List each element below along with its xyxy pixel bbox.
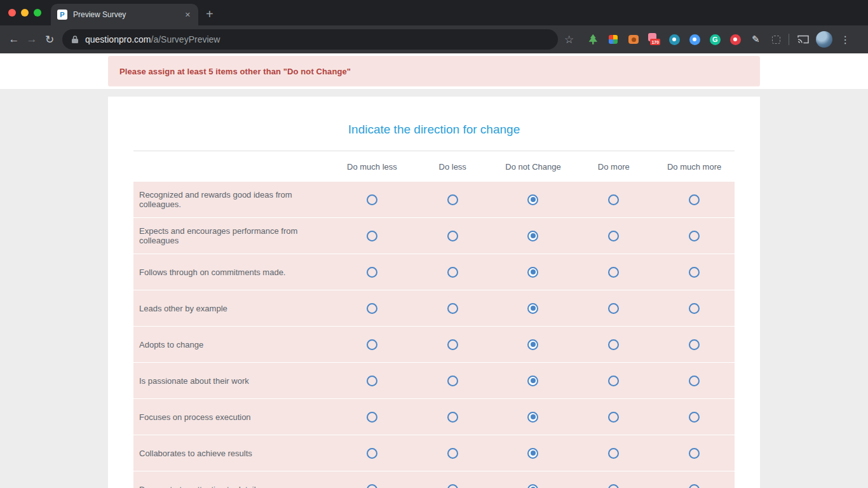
radio-cell	[332, 303, 412, 314]
zoom-window-button[interactable]	[34, 9, 41, 17]
radio-do-less[interactable]	[447, 267, 458, 278]
radio-do-more[interactable]	[608, 339, 619, 350]
radio-do-not-change[interactable]	[527, 303, 538, 314]
extension-plant-icon[interactable]	[587, 33, 599, 46]
radio-do-much-less[interactable]	[367, 484, 377, 488]
tab-close-icon[interactable]: ✕	[182, 10, 193, 20]
bookmark-star-icon[interactable]: ☆	[564, 33, 574, 46]
radio-cell	[332, 267, 412, 278]
radio-cell	[412, 267, 493, 278]
tab-title: Preview Survey	[73, 10, 182, 19]
radio-do-much-less[interactable]	[367, 376, 377, 386]
extension-blue-circle-icon[interactable]	[688, 33, 701, 46]
new-tab-button[interactable]: +	[206, 8, 214, 20]
forward-button[interactable]: →	[23, 30, 41, 48]
column-header: Do not Change	[493, 162, 574, 172]
extension-camera-icon[interactable]	[627, 33, 640, 46]
radio-cell	[573, 376, 654, 386]
radio-do-much-more[interactable]	[689, 412, 700, 423]
radio-do-not-change[interactable]	[527, 484, 538, 488]
extension-red-circle-icon[interactable]	[729, 33, 742, 46]
profile-avatar[interactable]	[816, 31, 832, 48]
radio-cell	[573, 412, 654, 423]
radio-do-much-less[interactable]	[367, 339, 377, 350]
radio-do-less[interactable]	[447, 448, 458, 459]
radio-do-less[interactable]	[447, 376, 458, 386]
radio-do-much-more[interactable]	[689, 194, 700, 205]
radio-do-much-less[interactable]	[367, 412, 377, 423]
radio-do-not-change[interactable]	[527, 339, 538, 350]
radio-cell	[493, 484, 574, 488]
validation-alert-text: Please assign at least 5 items other tha…	[119, 67, 351, 76]
radio-cell	[573, 194, 654, 205]
radio-cell	[493, 303, 574, 314]
radio-do-less[interactable]	[447, 231, 458, 241]
radio-do-less[interactable]	[447, 484, 458, 488]
questionpro-favicon-icon: P	[57, 10, 67, 20]
radio-do-more[interactable]	[608, 231, 619, 241]
cast-icon[interactable]	[797, 34, 810, 44]
browser-menu-icon[interactable]: ⋮	[840, 34, 850, 46]
extension-pen-icon[interactable]: ✎	[749, 33, 762, 46]
extensions-area: 170 G ✎	[587, 33, 782, 46]
window-controls	[8, 9, 41, 17]
radio-do-much-more[interactable]	[689, 231, 700, 241]
radio-do-more[interactable]	[608, 412, 619, 423]
radio-do-much-less[interactable]	[367, 267, 377, 278]
radio-do-much-less[interactable]	[367, 231, 377, 241]
radio-do-not-change[interactable]	[527, 412, 538, 423]
radio-do-less[interactable]	[447, 339, 458, 350]
radio-cell	[332, 231, 412, 241]
radio-cell	[573, 339, 654, 350]
radio-cell	[654, 448, 735, 459]
radio-do-less[interactable]	[447, 303, 458, 314]
radio-cell	[493, 412, 574, 423]
survey-panel: Indicate the direction for change Do muc…	[108, 97, 760, 488]
radio-do-not-change[interactable]	[527, 448, 538, 459]
radio-do-much-less[interactable]	[367, 303, 377, 314]
radio-do-much-more[interactable]	[689, 339, 700, 350]
radio-cell	[573, 303, 654, 314]
radio-do-more[interactable]	[608, 194, 619, 205]
row-label: Collaborates to achieve results	[133, 449, 332, 458]
extension-dotted-icon[interactable]	[770, 33, 782, 46]
radio-do-less[interactable]	[447, 412, 458, 423]
radio-do-more[interactable]	[608, 267, 619, 278]
extension-color-grid-icon[interactable]	[607, 33, 620, 46]
radio-do-more[interactable]	[608, 376, 619, 386]
radio-do-not-change[interactable]	[527, 376, 538, 386]
radio-cell	[493, 267, 574, 278]
radio-do-much-more[interactable]	[689, 267, 700, 278]
radio-do-not-change[interactable]	[527, 194, 538, 205]
column-header: Do much more	[654, 162, 735, 172]
radio-cell	[654, 267, 735, 278]
radio-do-much-more[interactable]	[689, 303, 700, 314]
minimize-window-button[interactable]	[21, 9, 29, 17]
radio-do-much-more[interactable]	[689, 484, 700, 488]
radio-do-less[interactable]	[447, 194, 458, 205]
radio-cell	[654, 194, 735, 205]
address-bar[interactable]: questionpro.com/a/SurveyPreview	[62, 29, 558, 50]
browser-tab[interactable]: P Preview Survey ✕	[51, 4, 198, 25]
radio-cell	[573, 484, 654, 488]
row-label: Expects and encourages performance from …	[133, 226, 332, 245]
matrix-header: Do much lessDo lessDo not ChangeDo moreD…	[133, 151, 735, 182]
radio-do-much-more[interactable]	[689, 448, 700, 459]
close-window-button[interactable]	[8, 9, 16, 17]
extension-counter-icon[interactable]: 170	[648, 33, 660, 46]
radio-do-not-change[interactable]	[527, 267, 538, 278]
back-button[interactable]: ←	[5, 30, 23, 48]
radio-do-more[interactable]	[608, 448, 619, 459]
radio-cell	[573, 231, 654, 241]
radio-do-more[interactable]	[608, 303, 619, 314]
radio-cell	[654, 412, 735, 423]
extension-teal-circle-icon[interactable]	[668, 33, 681, 46]
extension-grammarly-icon[interactable]: G	[709, 33, 721, 46]
radio-do-much-less[interactable]	[367, 194, 377, 205]
radio-do-not-change[interactable]	[527, 231, 538, 241]
radio-do-much-less[interactable]	[367, 448, 377, 459]
radio-do-more[interactable]	[608, 484, 619, 488]
radio-do-much-more[interactable]	[689, 376, 700, 386]
reload-button[interactable]: ↻	[41, 30, 58, 48]
survey-preview-page: Please assign at least 5 items other tha…	[0, 53, 868, 488]
